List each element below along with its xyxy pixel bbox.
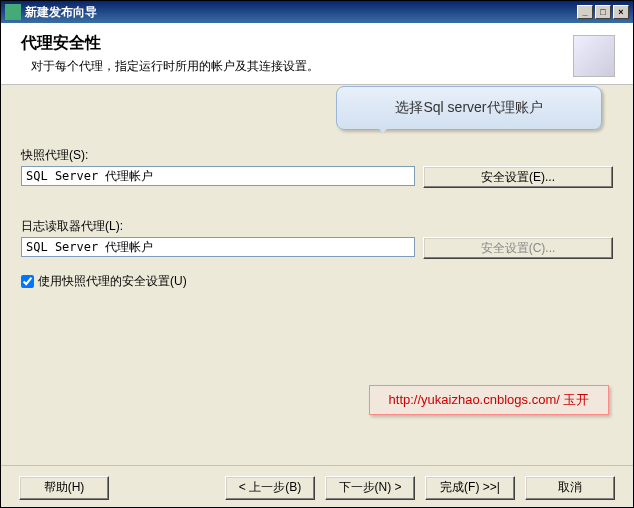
page-title: 代理安全性 [21, 33, 613, 54]
help-button[interactable]: 帮助(H) [19, 476, 109, 500]
logreader-agent-row: 安全设置(C)... [21, 237, 613, 259]
page-subtitle: 对于每个代理，指定运行时所用的帐户及其连接设置。 [31, 58, 613, 75]
wizard-icon [573, 35, 615, 77]
snapshot-agent-row: 安全设置(E)... [21, 166, 613, 188]
snapshot-security-button[interactable]: 安全设置(E)... [423, 166, 613, 188]
use-snapshot-security-checkbox[interactable] [21, 275, 34, 288]
minimize-button[interactable]: _ [577, 5, 593, 19]
window-controls: _ □ × [577, 5, 629, 19]
wizard-header: 代理安全性 对于每个代理，指定运行时所用的帐户及其连接设置。 [1, 23, 633, 85]
content-area: 快照代理(S): 安全设置(E)... 日志读取器代理(L): 安全设置(C).… [1, 85, 633, 465]
watermark-text: http://yukaizhao.cnblogs.com/ 玉开 [389, 391, 590, 409]
logreader-agent-field[interactable] [21, 237, 415, 257]
wizard-footer: 帮助(H) < 上一步(B) 下一步(N) > 完成(F) >>| 取消 [1, 465, 633, 508]
window-title: 新建发布向导 [25, 4, 577, 21]
logreader-agent-label: 日志读取器代理(L): [21, 218, 613, 235]
back-button[interactable]: < 上一步(B) [225, 476, 315, 500]
close-button[interactable]: × [613, 5, 629, 19]
callout-annotation: 选择Sql server代理账户 [336, 86, 602, 130]
finish-button[interactable]: 完成(F) >>| [425, 476, 515, 500]
next-button[interactable]: 下一步(N) > [325, 476, 415, 500]
callout-text: 选择Sql server代理账户 [395, 99, 542, 117]
watermark-annotation: http://yukaizhao.cnblogs.com/ 玉开 [369, 385, 609, 415]
cancel-button[interactable]: 取消 [525, 476, 615, 500]
snapshot-agent-label: 快照代理(S): [21, 147, 613, 164]
app-icon [5, 4, 21, 20]
use-snapshot-security-label: 使用快照代理的安全设置(U) [38, 273, 187, 290]
snapshot-agent-field[interactable] [21, 166, 415, 186]
titlebar: 新建发布向导 _ □ × [1, 1, 633, 23]
use-snapshot-security-row: 使用快照代理的安全设置(U) [21, 273, 613, 290]
maximize-button[interactable]: □ [595, 5, 611, 19]
logreader-security-button: 安全设置(C)... [423, 237, 613, 259]
